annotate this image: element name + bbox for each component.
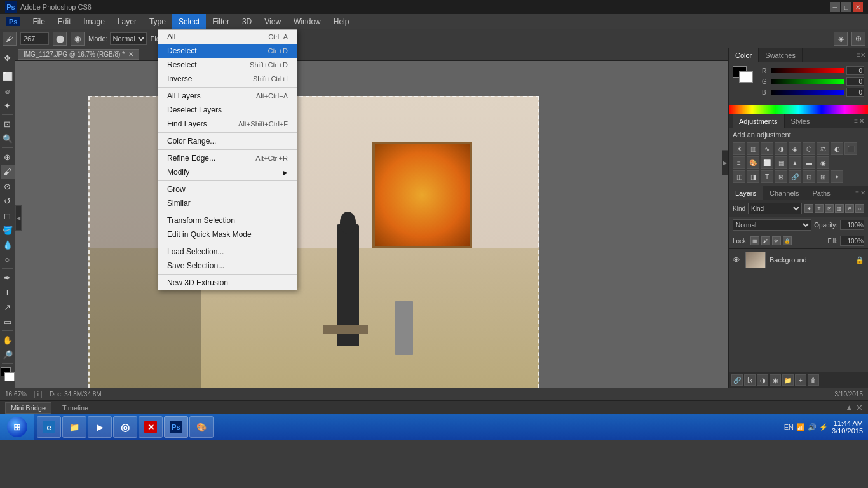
wand-tool[interactable]: ✦ <box>1 98 15 112</box>
adj-icon-g[interactable]: ⊞ <box>817 170 829 183</box>
brush-preset-btn[interactable]: 🖌 <box>3 32 17 46</box>
minimize-button[interactable]: ─ <box>830 2 840 12</box>
taskbar-media[interactable]: ▶ <box>88 416 112 438</box>
green-slider[interactable] <box>771 79 844 84</box>
menu-view[interactable]: View <box>258 14 287 29</box>
menu-item-modify[interactable]: Modify ▶ <box>158 165 297 179</box>
mode-select[interactable]: Normal <box>110 32 147 45</box>
pen-tool[interactable]: ✒ <box>1 271 15 285</box>
tray-icon-volume[interactable]: 🔊 <box>808 423 817 431</box>
menu-item-transform-selection[interactable]: Transform Selection <box>158 214 297 227</box>
menu-item-grow[interactable]: Grow <box>158 182 297 196</box>
brush-tool[interactable]: 🖌 <box>1 165 15 179</box>
adj-exposure[interactable]: ◑ <box>775 142 787 155</box>
adj-gradient-map[interactable]: ▬ <box>803 156 815 169</box>
adj-bw[interactable]: ◐ <box>831 142 843 155</box>
adj-panel-close[interactable]: ✕ <box>859 118 864 125</box>
layer-visibility-toggle[interactable]: 👁 <box>733 255 742 264</box>
new-fill-btn[interactable]: ◉ <box>770 374 781 386</box>
filter-icon-6[interactable]: ○ <box>855 204 864 213</box>
adj-brightness[interactable]: ☀ <box>733 142 745 155</box>
mini-bridge-tab[interactable]: Mini Bridge <box>5 402 51 414</box>
red-value[interactable] <box>846 66 864 75</box>
hand-tool[interactable]: ✋ <box>1 333 15 347</box>
filter-icon-5[interactable]: ⊕ <box>845 204 854 213</box>
tab-channels[interactable]: Channels <box>763 186 806 200</box>
menu-window[interactable]: Window <box>287 14 327 29</box>
green-value[interactable] <box>846 77 864 86</box>
adj-color-lookup[interactable]: 🎨 <box>747 156 759 169</box>
tab-paths[interactable]: Paths <box>806 186 837 200</box>
taskbar-explorer[interactable]: 📁 <box>62 416 86 438</box>
menu-filter[interactable]: Filter <box>206 14 236 29</box>
adj-hsl[interactable]: ⬡ <box>803 142 815 155</box>
eyedropper-tool[interactable]: 🔍 <box>1 132 15 146</box>
menu-item-deselect[interactable]: Deselect Ctrl+D <box>158 44 297 58</box>
adj-icon-a[interactable]: ◫ <box>733 170 745 183</box>
tab-color[interactable]: Color <box>729 48 759 62</box>
lock-all[interactable]: 🔒 <box>783 236 792 245</box>
heal-tool[interactable]: ⊕ <box>1 150 15 164</box>
bridge-close-btn[interactable]: ✕ <box>856 403 863 412</box>
blend-mode-select[interactable]: Normal <box>733 219 811 231</box>
filter-icon-4[interactable]: ▥ <box>835 204 844 213</box>
menu-select[interactable]: Select <box>172 14 206 29</box>
layers-panel-menu[interactable]: ≡ <box>855 189 859 196</box>
shape-tool[interactable]: ▭ <box>1 315 15 329</box>
close-button[interactable]: ✕ <box>853 2 863 12</box>
lock-position[interactable]: ✥ <box>772 236 781 245</box>
menu-item-refine-edge[interactable]: Refine Edge... Alt+Ctrl+R <box>158 151 297 165</box>
link-layers-btn[interactable]: 🔗 <box>731 374 743 386</box>
menu-3d[interactable]: 3D <box>236 14 258 29</box>
menu-item-inverse[interactable]: Inverse Shift+Ctrl+I <box>158 72 297 86</box>
menu-layer[interactable]: Layer <box>111 14 143 29</box>
menu-item-load-selection[interactable]: Load Selection... <box>158 245 297 259</box>
color-swatches[interactable] <box>1 367 15 384</box>
menu-item-find-layers[interactable]: Find Layers Alt+Shift+Ctrl+F <box>158 117 297 131</box>
layers-panel-close[interactable]: ✕ <box>860 189 865 196</box>
bridge-expand-btn[interactable]: ▲ <box>845 403 853 412</box>
tab-styles[interactable]: Styles <box>785 114 817 128</box>
adj-icon-f[interactable]: ⊡ <box>803 170 815 183</box>
new-layer-btn[interactable]: + <box>795 374 806 386</box>
menu-item-save-selection[interactable]: Save Selection... <box>158 259 297 273</box>
brush-size-input[interactable] <box>20 32 49 45</box>
taskbar-photoshop[interactable]: Ps <box>164 416 188 438</box>
canvas-tab-close[interactable]: ✕ <box>128 51 133 58</box>
timeline-tab[interactable]: Timeline <box>57 402 94 414</box>
adj-threshold[interactable]: ▲ <box>789 156 801 169</box>
adj-posterize[interactable]: ▦ <box>775 156 787 169</box>
maximize-button[interactable]: □ <box>841 2 851 12</box>
text-tool[interactable]: T <box>1 285 15 299</box>
tab-adjustments[interactable]: Adjustments <box>733 114 785 128</box>
airbrush-btn[interactable]: ◈ <box>834 32 848 46</box>
kind-select[interactable]: Kind <box>748 203 802 214</box>
brush-options-btn[interactable]: ◉ <box>71 32 85 46</box>
menu-item-reselect[interactable]: Reselect Shift+Ctrl+D <box>158 58 297 72</box>
delete-layer-btn[interactable]: 🗑 <box>808 374 819 386</box>
adj-levels[interactable]: ▥ <box>747 142 759 155</box>
background-color[interactable] <box>4 372 15 381</box>
background-swatch[interactable] <box>739 71 753 83</box>
lock-transparency[interactable]: ▦ <box>750 236 759 245</box>
new-group-btn[interactable]: 📁 <box>782 374 794 386</box>
menu-edit[interactable]: Edit <box>51 14 78 29</box>
red-slider[interactable] <box>771 68 844 73</box>
eraser-tool[interactable]: ◻ <box>1 208 15 222</box>
marquee-tool[interactable]: ⬜ <box>1 69 15 83</box>
adj-channel-mixer[interactable]: ≡ <box>733 156 745 169</box>
crop-tool[interactable]: ⊡ <box>1 117 15 131</box>
menu-item-similar[interactable]: Similar <box>158 196 297 210</box>
color-spectrum[interactable] <box>729 105 868 114</box>
filter-icon-1[interactable]: ✦ <box>804 204 813 213</box>
panel-collapse-right[interactable]: ▶ <box>722 150 728 175</box>
menu-type[interactable]: Type <box>143 14 172 29</box>
adj-icon-c[interactable]: T <box>761 170 773 183</box>
filter-icon-2[interactable]: T <box>815 204 824 213</box>
adj-curves[interactable]: ∿ <box>761 142 773 155</box>
pressure-btn[interactable]: ⊕ <box>851 32 865 46</box>
clone-tool[interactable]: ⊙ <box>1 179 15 193</box>
blue-value[interactable] <box>846 88 864 97</box>
tab-layers[interactable]: Layers <box>729 186 763 200</box>
menu-item-new-3d[interactable]: New 3D Extrusion <box>158 276 297 290</box>
